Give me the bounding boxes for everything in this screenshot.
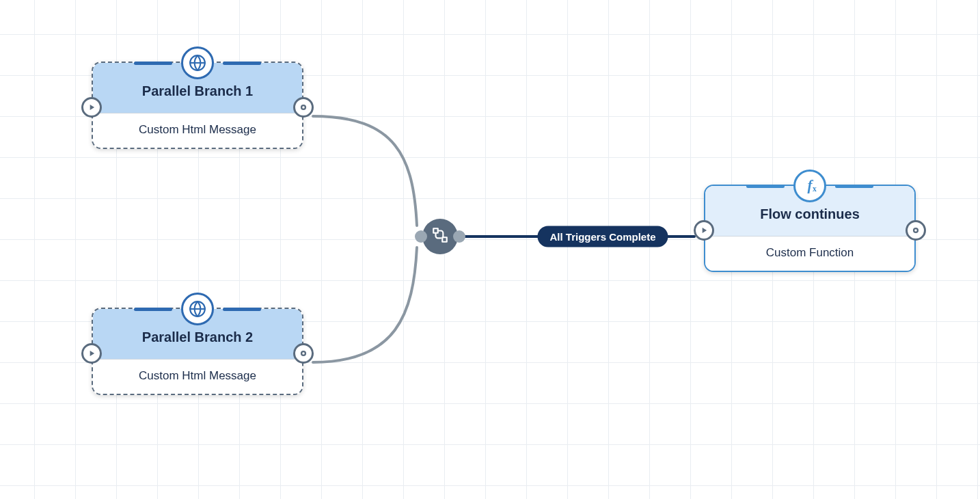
input-port[interactable]	[694, 220, 714, 241]
svg-point-2	[301, 105, 305, 109]
svg-text:x: x	[813, 185, 817, 193]
node-parallel-branch-1[interactable]: Parallel Branch 1 Custom Html Message	[92, 62, 303, 149]
node-parallel-branch-2[interactable]: Parallel Branch 2 Custom Html Message	[92, 308, 303, 395]
node-subtitle: Custom Html Message	[93, 359, 302, 394]
node-flow-continues[interactable]: f x Flow continues Custom Function	[704, 185, 916, 272]
node-header-stub	[134, 308, 172, 311]
node-subtitle: Custom Function	[705, 236, 914, 271]
svg-point-5	[301, 351, 305, 355]
node-header: f x Flow continues	[705, 186, 914, 236]
merge-node[interactable]	[422, 219, 458, 254]
node-title: Parallel Branch 1	[142, 83, 253, 98]
globe-icon	[181, 293, 214, 325]
merge-input-port[interactable]	[415, 230, 427, 243]
node-title: Flow continues	[760, 206, 860, 221]
merge-output-port[interactable]	[453, 230, 465, 243]
function-icon: f x	[793, 170, 826, 202]
node-header-stub	[223, 62, 261, 65]
node-header-stub	[134, 62, 172, 65]
merge-icon	[431, 226, 449, 247]
node-header-stub	[223, 308, 261, 311]
output-port[interactable]	[906, 220, 926, 241]
svg-point-10	[914, 228, 918, 232]
node-header-stub	[746, 185, 785, 188]
node-title: Parallel Branch 2	[142, 329, 253, 345]
output-port[interactable]	[293, 343, 314, 364]
node-subtitle: Custom Html Message	[93, 113, 302, 148]
edge-label[interactable]: All Triggers Complete	[537, 226, 668, 247]
node-header: Parallel Branch 2	[93, 309, 302, 359]
node-header-stub	[835, 185, 873, 188]
node-header: Parallel Branch 1	[93, 63, 302, 113]
input-port[interactable]	[81, 343, 102, 364]
input-port[interactable]	[81, 97, 102, 118]
globe-icon	[181, 46, 214, 79]
flow-canvas[interactable]: Parallel Branch 1 Custom Html Message Pa…	[0, 0, 980, 499]
output-port[interactable]	[293, 97, 314, 118]
